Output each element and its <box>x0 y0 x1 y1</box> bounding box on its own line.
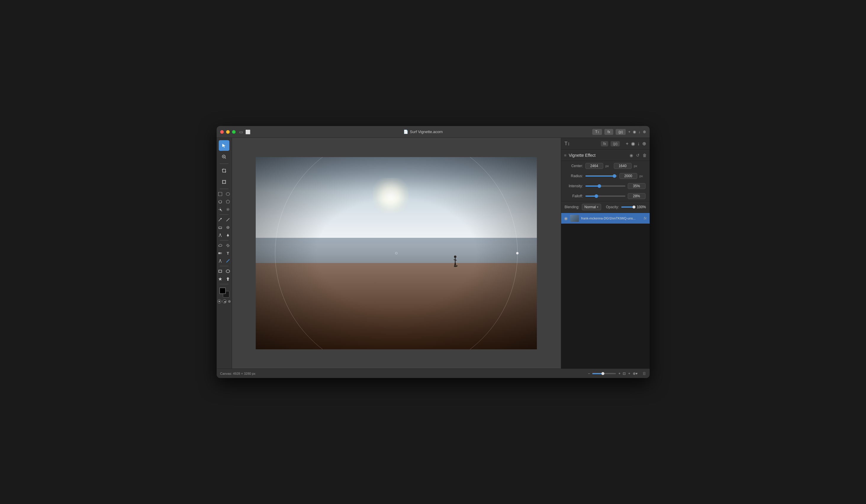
tool-select[interactable] <box>219 140 229 151</box>
tool-lasso[interactable] <box>216 198 224 205</box>
share-export-icon[interactable]: ⊕ <box>643 129 646 134</box>
center-row: Center: 2464 px 1640 px <box>561 161 650 171</box>
tool-line[interactable] <box>224 216 231 223</box>
zoom-in-icon[interactable]: + <box>618 371 620 376</box>
svg-rect-5 <box>223 169 225 172</box>
zoom-out-icon[interactable]: − <box>588 371 590 376</box>
zoom-slider-thumb[interactable] <box>601 372 604 375</box>
svg-line-56 <box>454 260 457 260</box>
tool-pair-wand <box>216 206 231 213</box>
tool-clone[interactable] <box>224 224 231 231</box>
vignette-eye-icon[interactable]: ◉ <box>630 153 633 158</box>
svg-point-13 <box>222 183 223 184</box>
foreground-color[interactable] <box>219 287 226 294</box>
layer-fx-badge[interactable]: fx <box>644 216 646 220</box>
panel-download-icon[interactable]: ↓ <box>637 141 640 146</box>
opacity-slider[interactable] <box>621 206 635 208</box>
intensity-label: Intensity: <box>565 184 583 188</box>
color-swatches[interactable] <box>219 287 229 298</box>
panel-add-icon[interactable]: + <box>626 141 628 146</box>
radius-slider-track[interactable] <box>586 175 617 176</box>
tool-rect-select[interactable] <box>216 191 224 197</box>
svg-rect-32 <box>219 227 222 229</box>
swap-colors-icon[interactable] <box>217 299 221 303</box>
falloff-value[interactable]: 28% <box>628 193 645 199</box>
close-button[interactable] <box>220 130 224 134</box>
tool-brush[interactable] <box>216 216 224 223</box>
tool-cloud[interactable] <box>216 242 224 249</box>
falloff-slider-thumb[interactable] <box>595 194 598 198</box>
tool-crop[interactable] <box>219 165 229 176</box>
blending-chevron: ▾ <box>597 206 598 208</box>
vignette-menu-icon[interactable]: ≡ <box>564 153 566 158</box>
layer-options-icon[interactable]: ⊕▾ <box>633 371 637 376</box>
minimize-button[interactable] <box>226 130 230 134</box>
blending-mode-value: Normal <box>585 205 596 209</box>
svg-point-16 <box>224 183 225 184</box>
fx-button[interactable]: fx <box>604 129 613 135</box>
tool-text[interactable]: T <box>224 250 231 257</box>
tool-eraser[interactable] <box>216 224 224 231</box>
share-icon[interactable]: ⬜ <box>245 129 251 134</box>
radius-slider-thumb[interactable] <box>613 174 616 178</box>
sidebar-toggle-icon[interactable]: ▭ <box>239 129 243 134</box>
tool-pair-gradient: T <box>216 250 231 257</box>
radius-value-text: 2000 <box>624 174 632 178</box>
maximize-button[interactable] <box>232 130 236 134</box>
svg-point-29 <box>227 209 229 210</box>
intensity-slider-track[interactable] <box>586 185 625 187</box>
intensity-value[interactable]: 35% <box>628 183 645 189</box>
canvas-area[interactable] <box>232 138 561 368</box>
svg-line-2 <box>225 158 226 159</box>
layer-row[interactable]: ◉ frank-mckenna-DGI1hmTKtWQ-uns... fx <box>561 213 650 224</box>
center-x-input[interactable]: 2464 <box>586 163 603 169</box>
zoom-slider[interactable] <box>592 373 616 374</box>
canvas-info: Canvas: 4928 × 3280 px <box>220 372 256 375</box>
panel-eye-icon[interactable]: ◉ <box>631 141 635 146</box>
center-y-input[interactable]: 1640 <box>614 163 632 169</box>
tool-rect-shape[interactable] <box>216 268 224 275</box>
tool-poly-lasso[interactable] <box>224 198 231 205</box>
title-bar: ▭ ⬜ 📄 Surf Vignette.acorn T↕ fx (p) + ◉ … <box>216 126 650 138</box>
tool-gradient[interactable] <box>216 250 224 257</box>
tool-fill[interactable] <box>224 232 231 239</box>
tool-ruler[interactable] <box>224 257 231 264</box>
add-icon[interactable]: + <box>628 129 630 134</box>
tool-ellipse-select[interactable] <box>224 191 231 197</box>
eye-icon[interactable]: ◉ <box>633 129 636 134</box>
tool-transform[interactable] <box>219 176 229 187</box>
blending-mode-select[interactable]: Normal ▾ <box>582 204 601 210</box>
vignette-undo-icon[interactable]: ↺ <box>636 153 640 158</box>
tool-star[interactable] <box>216 275 224 283</box>
layer-visibility-icon[interactable]: ◉ <box>564 216 568 221</box>
intensity-slider-thumb[interactable] <box>598 184 601 188</box>
svg-point-17 <box>222 182 223 183</box>
delete-layer-icon[interactable]: 🗑 <box>642 371 646 376</box>
tool-ellipse-shape[interactable] <box>224 268 231 275</box>
panel-share-icon[interactable]: ⊕ <box>642 141 646 146</box>
tool-quick-select[interactable] <box>224 206 231 213</box>
magnify-icon[interactable]: ⊕ <box>228 299 231 303</box>
tool-magic-wand[interactable] <box>216 206 224 213</box>
sort-icon[interactable]: T↕ <box>565 141 570 146</box>
default-colors-icon[interactable] <box>223 299 227 303</box>
falloff-slider-track[interactable] <box>586 195 625 197</box>
fit-icon[interactable]: ⊡ <box>623 371 626 376</box>
panel-plugin-button[interactable]: (p) <box>611 141 620 146</box>
tool-zoom[interactable] <box>219 151 229 162</box>
svg-rect-48 <box>219 270 222 272</box>
tool-person[interactable] <box>216 232 224 239</box>
tool-pen[interactable] <box>216 257 224 264</box>
filter-button[interactable]: T↕ <box>592 129 602 135</box>
plugin-button[interactable]: (p) <box>615 129 626 135</box>
download-icon[interactable]: ↓ <box>639 129 641 134</box>
vignette-delete-icon[interactable]: 🗑 <box>643 153 647 158</box>
tool-pair-person <box>216 232 231 239</box>
blending-row: Blending: Normal ▾ Opacity: 100% <box>561 201 650 213</box>
radius-value[interactable]: 2000 <box>620 173 637 179</box>
tool-arrow[interactable] <box>224 275 231 283</box>
tool-sun[interactable] <box>224 242 231 249</box>
main-area: T <box>216 138 650 368</box>
panel-fx-button[interactable]: fx <box>601 141 608 146</box>
add-layer-icon[interactable]: + <box>628 371 630 376</box>
